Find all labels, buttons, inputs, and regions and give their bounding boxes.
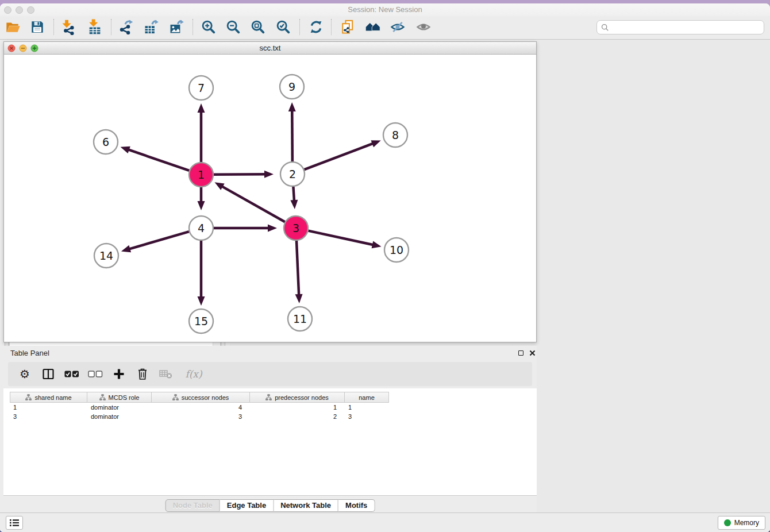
graph-arrowhead — [288, 102, 296, 111]
save-session-icon[interactable] — [29, 18, 46, 36]
export-table-icon[interactable] — [143, 18, 160, 36]
node-table: shared nameMCDS rolesuccessor nodesprede… — [3, 388, 537, 496]
import-table-icon[interactable] — [86, 18, 103, 36]
zoom-in-icon[interactable] — [200, 18, 217, 36]
graph-edge-3-10[interactable] — [308, 231, 374, 245]
table-cell[interactable]: 1 — [10, 403, 87, 412]
graph-edge-3-11[interactable] — [297, 241, 299, 296]
memory-button[interactable]: Memory — [718, 516, 765, 530]
column-header-predecessor-nodes[interactable]: predecessor nodes — [250, 392, 345, 403]
column-header-label: shared name — [34, 394, 71, 401]
search-icon — [601, 24, 609, 32]
delete-table-icon[interactable] — [159, 367, 174, 381]
graph-node-6[interactable]: 6 — [94, 130, 118, 154]
graph-arrowhead — [121, 147, 130, 153]
zoom-selected-icon[interactable] — [275, 18, 292, 36]
toolbar-separator — [331, 19, 332, 35]
table-cell[interactable]: 3 — [10, 412, 87, 421]
column-header-MCDS-role[interactable]: MCDS role — [87, 392, 152, 403]
network-window: scc.txt 1234678910111415 — [3, 41, 537, 342]
memory-label: Memory — [734, 519, 759, 527]
column-type-icon — [99, 394, 106, 400]
open-session-icon[interactable] — [5, 18, 22, 36]
table-row[interactable]: 1dominator411 — [10, 403, 389, 412]
close-table-panel-icon[interactable] — [529, 349, 536, 356]
graph-arrowhead — [198, 103, 205, 113]
table-cell[interactable]: 3 — [345, 412, 389, 421]
graph-node-10[interactable]: 10 — [384, 238, 409, 262]
graph-node-11[interactable]: 11 — [288, 307, 312, 331]
function-builder-icon[interactable]: f(x) — [182, 367, 205, 381]
main-titlebar: Session: New Session — [0, 3, 770, 16]
new-network-from-selection-icon[interactable] — [339, 18, 356, 36]
graph-node-15[interactable]: 15 — [189, 309, 213, 333]
status-bar: Memory — [0, 512, 770, 532]
deselect-all-rows-icon[interactable] — [88, 367, 103, 381]
graph-node-7[interactable]: 7 — [189, 76, 213, 100]
tab-node-table[interactable]: Node Table — [165, 499, 220, 512]
create-column-icon[interactable] — [111, 367, 126, 381]
table-cell[interactable]: 3 — [152, 412, 250, 421]
graph-edge-3-1[interactable] — [221, 186, 285, 222]
table-cell[interactable]: 1 — [345, 403, 389, 412]
network-canvas[interactable]: 1234678910111415 — [4, 55, 536, 342]
task-history-button[interactable] — [6, 516, 23, 530]
column-header-shared-name[interactable]: shared name — [10, 392, 87, 403]
zoom-out-icon[interactable] — [225, 18, 242, 36]
table-cell[interactable]: 1 — [250, 403, 345, 412]
graph-node-2[interactable]: 2 — [280, 162, 305, 186]
search-field[interactable] — [596, 20, 764, 34]
table-mode-gear-icon[interactable]: ⚙ — [17, 367, 32, 381]
column-header-label: MCDS role — [109, 394, 140, 401]
tab-edge-table[interactable]: Edge Table — [220, 499, 274, 512]
memory-status-icon — [724, 519, 731, 526]
network-graph[interactable]: 1234678910111415 — [4, 55, 536, 342]
main-toolbar — [0, 16, 770, 40]
graph-node-4[interactable]: 4 — [189, 216, 213, 240]
import-network-icon[interactable] — [60, 18, 77, 36]
search-input[interactable] — [612, 23, 760, 32]
select-all-rows-icon[interactable] — [64, 367, 79, 381]
table-cell[interactable]: 2 — [250, 412, 345, 421]
svg-text:3: 3 — [292, 222, 299, 234]
graph-node-8[interactable]: 8 — [383, 123, 407, 147]
table-rows: 1dominator4113dominator323 — [10, 403, 389, 421]
column-header-label: predecessor nodes — [275, 394, 329, 401]
svg-text:7: 7 — [198, 82, 205, 94]
table-cell[interactable]: dominator — [87, 403, 152, 412]
graph-node-9[interactable]: 9 — [280, 75, 304, 99]
graph-edge-2-3[interactable] — [293, 187, 294, 202]
zoom-fit-icon[interactable] — [249, 18, 267, 36]
export-network-icon[interactable] — [117, 18, 134, 36]
svg-text:8: 8 — [392, 129, 399, 141]
column-type-icon — [25, 394, 32, 400]
tab-motifs[interactable]: Motifs — [338, 499, 375, 512]
graph-arrowhead — [372, 241, 382, 249]
table-header-row: shared nameMCDS rolesuccessor nodesprede… — [10, 392, 389, 403]
graph-edge-2-9[interactable] — [292, 110, 292, 161]
toggle-columns-icon[interactable] — [41, 367, 56, 381]
network-window-titlebar: scc.txt — [4, 42, 536, 55]
graph-node-14[interactable]: 14 — [94, 244, 118, 268]
graph-edge-4-14[interactable] — [128, 232, 188, 249]
graph-edge-1-2[interactable] — [214, 174, 266, 175]
graph-edge-1-6[interactable] — [128, 149, 189, 171]
tab-network-table[interactable]: Network Table — [274, 499, 338, 512]
export-image-icon[interactable] — [168, 18, 185, 36]
column-header-successor-nodes[interactable]: successor nodes — [152, 392, 250, 403]
show-all-icon[interactable] — [415, 18, 432, 36]
column-header-name[interactable]: name — [345, 392, 389, 403]
table-cell[interactable]: 4 — [152, 403, 250, 412]
float-table-panel-icon[interactable] — [517, 349, 524, 356]
home-layout-icon[interactable] — [364, 18, 382, 36]
refresh-layout-icon[interactable] — [307, 18, 325, 36]
table-row[interactable]: 3dominator323 — [10, 412, 389, 421]
delete-columns-icon[interactable] — [135, 367, 150, 381]
hide-selected-icon[interactable] — [389, 18, 406, 36]
graph-arrowhead — [198, 296, 205, 306]
graph-edge-2-8[interactable] — [305, 143, 374, 169]
table-cell[interactable]: dominator — [87, 412, 152, 421]
graph-node-3[interactable]: 3 — [284, 216, 308, 240]
graph-node-1[interactable]: 1 — [189, 163, 213, 187]
svg-text:4: 4 — [198, 222, 205, 234]
